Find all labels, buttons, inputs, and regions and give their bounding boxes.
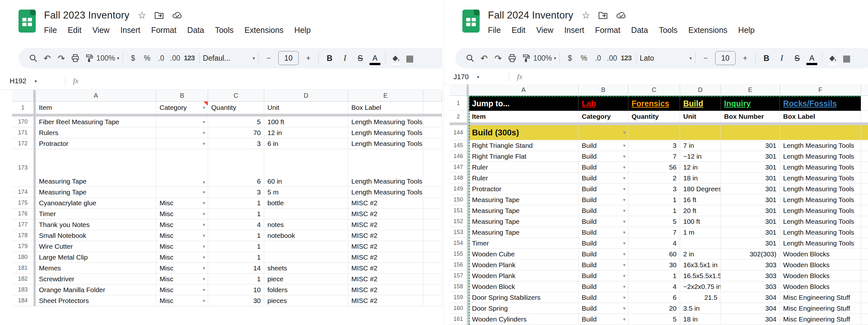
cell[interactable]: Length Measuring Tools xyxy=(348,149,423,187)
cell[interactable]: 303 xyxy=(721,281,780,292)
cell[interactable]: Item xyxy=(469,111,579,123)
cell[interactable]: Build▾ xyxy=(579,151,628,162)
row-number[interactable]: 146 xyxy=(450,151,467,162)
cell[interactable]: Measuring Tape xyxy=(469,227,579,238)
cell[interactable]: 100 ft xyxy=(680,216,721,227)
cell[interactable]: Misc▾ xyxy=(156,295,208,306)
fill-color-button[interactable] xyxy=(826,51,840,66)
cell[interactable]: Lab xyxy=(579,96,628,111)
cell[interactable] xyxy=(33,295,36,306)
cell[interactable]: 16x3.5x1 in xyxy=(680,260,721,270)
font-size-input[interactable]: 10 xyxy=(715,51,736,65)
cell[interactable]: Build▾ xyxy=(579,249,628,260)
cell[interactable]: Build▾ xyxy=(579,227,628,238)
star-icon[interactable]: ☆ xyxy=(137,10,146,20)
cell[interactable] xyxy=(861,292,868,303)
cell[interactable]: Box Label xyxy=(348,101,423,114)
cell[interactable]: Fiber Reel Measuring Tape xyxy=(36,117,156,127)
chevron-down-icon[interactable]: ▾ xyxy=(690,56,692,61)
font-size-input[interactable]: 10 xyxy=(278,51,299,65)
cell[interactable] xyxy=(33,274,36,285)
cell[interactable]: 1 xyxy=(208,252,264,263)
jump-to-label[interactable]: Jump to... xyxy=(469,96,579,111)
cell[interactable]: Wooden Blocks xyxy=(780,281,861,292)
cell[interactable]: 1 xyxy=(208,208,264,219)
cell[interactable] xyxy=(423,127,442,138)
cell[interactable]: 6 xyxy=(628,292,680,303)
row-number[interactable]: 150 xyxy=(450,195,467,205)
cell[interactable]: Timer xyxy=(36,208,156,219)
cell[interactable]: Orange Manilla Folder xyxy=(36,285,156,295)
jump-link-inquiry[interactable]: Inquiry xyxy=(724,99,750,108)
column-header-B[interactable]: B xyxy=(579,84,628,96)
cell[interactable]: Right Triangle Stand xyxy=(469,140,579,151)
cell[interactable]: Memes xyxy=(36,263,156,274)
cell[interactable]: Ruler xyxy=(469,162,579,173)
menu-item-help[interactable]: Help xyxy=(294,26,310,35)
dropdown-icon[interactable]: ▾ xyxy=(203,233,205,238)
format-currency-button[interactable]: $ xyxy=(126,51,140,66)
cell[interactable] xyxy=(861,260,868,270)
formula-input[interactable] xyxy=(82,73,442,89)
cell[interactable] xyxy=(628,125,680,140)
menu-item-insert[interactable]: Insert xyxy=(564,26,584,35)
cell[interactable] xyxy=(33,90,36,101)
print-icon[interactable] xyxy=(68,51,82,66)
cell[interactable]: 5 xyxy=(628,216,680,227)
cell[interactable]: Build▾ xyxy=(579,270,628,281)
chevron-down-icon[interactable]: ▾ xyxy=(253,56,255,61)
cell[interactable]: folders xyxy=(264,285,348,295)
cell[interactable]: 303 xyxy=(721,260,780,270)
cell[interactable]: MISC #2 xyxy=(348,285,423,295)
row-number[interactable]: 173 xyxy=(12,149,33,187)
decrease-decimal-button[interactable]: .0 xyxy=(591,51,605,66)
cell[interactable]: Protractor xyxy=(469,183,579,195)
cell[interactable]: Build▾ xyxy=(579,238,628,249)
cell[interactable]: 2 xyxy=(628,173,680,183)
row-number[interactable]: 177 xyxy=(12,219,33,230)
dropdown-icon[interactable]: ▾ xyxy=(623,143,625,148)
text-color-button[interactable]: A xyxy=(368,51,382,66)
paint-format-icon[interactable] xyxy=(519,51,533,66)
cell[interactable]: MISC #2 xyxy=(348,208,423,219)
column-header-B[interactable]: B xyxy=(156,90,208,101)
cell[interactable] xyxy=(33,219,36,230)
cell[interactable] xyxy=(861,151,868,162)
cell[interactable]: Build xyxy=(680,96,721,111)
cell[interactable] xyxy=(450,84,467,96)
cell[interactable]: Build▾ xyxy=(579,205,628,216)
cell[interactable] xyxy=(33,241,36,252)
cell[interactable] xyxy=(423,117,442,127)
cell[interactable] xyxy=(33,198,36,208)
cell[interactable] xyxy=(861,140,868,151)
row-number[interactable]: 156 xyxy=(450,260,467,270)
cell[interactable]: 3 xyxy=(208,187,264,198)
cell[interactable]: 1 m xyxy=(680,227,721,238)
row-number[interactable]: 182 xyxy=(12,274,33,285)
cell[interactable] xyxy=(861,238,868,249)
cell[interactable] xyxy=(33,230,36,241)
cell[interactable]: 3 xyxy=(628,140,680,151)
cell[interactable]: 18 in xyxy=(680,173,721,183)
undo-icon[interactable]: ↶ xyxy=(40,51,54,66)
cell[interactable] xyxy=(861,303,868,314)
cell[interactable]: 301 xyxy=(721,195,780,205)
column-header-C[interactable]: C xyxy=(208,90,264,101)
cell[interactable]: MISC #2 xyxy=(348,219,423,230)
text-color-button[interactable]: A xyxy=(805,51,819,66)
cell[interactable]: MISC #2 xyxy=(348,230,423,241)
cell[interactable]: 5 m xyxy=(264,187,348,198)
search-icon[interactable] xyxy=(463,51,477,66)
cell[interactable]: Large Metal Clip xyxy=(36,252,156,263)
cell[interactable]: ▾ xyxy=(156,117,208,127)
row-number[interactable]: 180 xyxy=(12,252,33,263)
font-family-select[interactable]: Lato xyxy=(640,51,688,66)
cell[interactable] xyxy=(264,208,348,219)
cell[interactable]: 10 xyxy=(208,285,264,295)
cell[interactable]: 2 in xyxy=(680,249,721,260)
cell[interactable] xyxy=(33,263,36,274)
decrease-font-size-button[interactable]: − xyxy=(262,51,276,66)
italic-button[interactable]: I xyxy=(774,51,789,66)
cell[interactable]: Wooden Cube xyxy=(469,249,579,260)
cell[interactable] xyxy=(861,183,868,195)
